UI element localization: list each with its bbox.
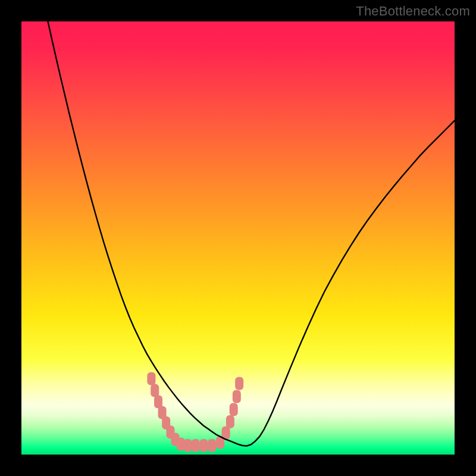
marker-point <box>226 415 234 428</box>
chart-svg <box>21 21 455 455</box>
marker-point <box>151 384 159 397</box>
chart-frame: TheBottleneck.com <box>0 0 476 476</box>
watermark-text: TheBottleneck.com <box>356 4 470 19</box>
marker-point <box>147 372 155 386</box>
marker-point <box>235 377 243 390</box>
marker-point <box>230 403 238 416</box>
marker-point <box>233 390 241 403</box>
marker-point <box>208 439 216 452</box>
marker-point <box>199 439 208 452</box>
marker-point <box>184 439 192 452</box>
plot-area <box>21 21 455 455</box>
marker-point <box>192 439 200 452</box>
